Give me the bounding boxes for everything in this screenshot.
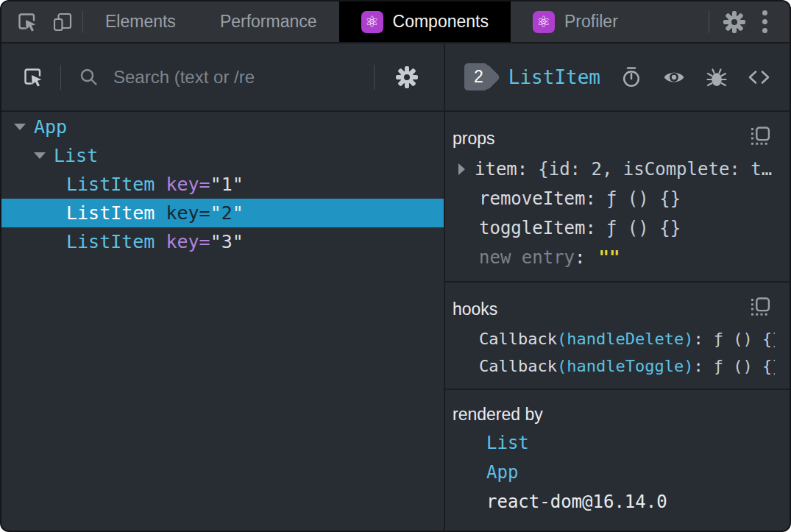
suspend-timer-icon[interactable]	[620, 66, 642, 88]
tree-row-app[interactable]: App	[1, 113, 444, 141]
prop-row-item[interactable]: item: {id: 2, isComplete: t…	[453, 155, 775, 184]
prop-colon: :	[586, 218, 596, 238]
props-section: props item: {id: 2, isComplete: t…	[445, 112, 790, 283]
hook-name: (handleDelete)	[557, 330, 693, 348]
inspect-element-icon[interactable]	[16, 11, 38, 33]
hooks-section: hooks Callback(handleDelete): ƒ () {}	[445, 283, 790, 390]
selected-component-name: ListItem	[508, 66, 600, 88]
prop-colon: :	[517, 159, 528, 180]
tab-label: Components	[393, 12, 489, 32]
component-name: ListItem	[66, 231, 155, 252]
props-title: props	[453, 122, 775, 155]
component-details-panel: 2 ListItem	[445, 43, 790, 531]
element-id-badge: 2	[464, 63, 488, 91]
prop-colon: :	[575, 247, 585, 268]
attr-equals: =	[199, 231, 210, 252]
inspect-object-icon[interactable]	[751, 127, 770, 149]
rendered-by-list-item[interactable]: List	[453, 428, 775, 458]
react-logo-icon: ⚛	[533, 11, 555, 33]
inspect-dom-eye-icon[interactable]	[662, 65, 686, 89]
hook-row-handledelete: Callback(handleDelete): ƒ () {}	[453, 325, 775, 352]
search-input[interactable]	[112, 66, 369, 88]
component-name: App	[34, 116, 67, 138]
react-devtools-window: Elements Performance ⚛ Components ⚛ Prof…	[0, 0, 791, 532]
hook-value: ƒ () {}	[714, 330, 775, 348]
attr-value: "3"	[210, 231, 244, 252]
tree-row-listitem-3[interactable]: ListItem key = "3"	[1, 227, 444, 256]
settings-gear-icon[interactable]	[723, 10, 746, 34]
attr-name: key	[166, 202, 199, 224]
attr-value: 2	[221, 202, 233, 224]
tab-elements[interactable]: Elements	[83, 1, 198, 42]
divider	[709, 11, 709, 33]
tree-row-listitem-1[interactable]: ListItem key = "1"	[1, 170, 444, 199]
rendered-by-section: rendered by List App react-dom@16.14.0	[445, 390, 790, 525]
hook-type: Callback	[479, 357, 557, 375]
details-header: 2 ListItem	[445, 43, 790, 112]
search-icon	[79, 67, 99, 87]
tab-performance[interactable]: Performance	[198, 1, 339, 42]
owner-link[interactable]: App	[486, 462, 518, 483]
hook-colon: :	[693, 330, 703, 348]
rendered-by-list-item: react-dom@16.14.0	[453, 487, 775, 517]
inspect-object-icon[interactable]	[751, 297, 770, 320]
devtools-tab-bar: Elements Performance ⚛ Components ⚛ Prof…	[1, 1, 790, 43]
prop-name: removeItem	[479, 188, 586, 209]
tab-components[interactable]: ⚛ Components	[339, 1, 511, 42]
select-element-icon[interactable]	[18, 66, 60, 88]
device-toolbar-icon[interactable]	[52, 11, 74, 33]
view-source-code-icon[interactable]	[748, 66, 770, 88]
more-options-kebab-icon[interactable]	[752, 6, 778, 38]
debug-bug-icon[interactable]	[706, 66, 728, 88]
tab-label: Performance	[220, 12, 317, 32]
renderer-version: react-dom@16.14.0	[486, 492, 667, 512]
new-entry-value[interactable]: ""	[599, 247, 620, 268]
hooks-title: hooks	[453, 293, 775, 325]
prop-row-toggleitem: toggleItem: ƒ () {}	[453, 213, 775, 243]
attr-equals: =	[199, 202, 210, 224]
tab-label: Elements	[105, 12, 176, 32]
tab-label: Profiler	[564, 12, 618, 32]
attr-value: "1"	[210, 174, 244, 195]
owner-link[interactable]: List	[486, 433, 529, 453]
tab-profiler[interactable]: ⚛ Profiler	[511, 1, 640, 42]
hook-value: ƒ () {}	[714, 357, 775, 375]
component-name: ListItem	[66, 202, 155, 224]
prop-row-new-entry[interactable]: new entry: ""	[453, 243, 775, 272]
attr-name: key	[166, 231, 199, 252]
prop-value: ƒ () {}	[606, 188, 681, 209]
tree-toolbar	[1, 43, 444, 112]
component-name: List	[54, 145, 98, 166]
prop-name: toggleItem	[479, 218, 586, 238]
prop-colon: :	[586, 188, 596, 209]
rendered-by-title: rendered by	[453, 400, 775, 428]
attr-quote: "	[233, 202, 244, 224]
tree-row-list[interactable]: List	[1, 141, 444, 170]
hook-type: Callback	[479, 330, 557, 348]
expander-icon[interactable]	[34, 152, 46, 159]
hook-name: (handleToggle)	[557, 357, 693, 375]
rendered-by-list-item[interactable]: App	[453, 458, 775, 487]
expander-icon[interactable]	[14, 124, 26, 130]
component-tree-panel: App List ListItem key = "1" ListItem key…	[1, 43, 445, 531]
tree-row-listitem-2-selected[interactable]: ListItem key = " 2 "	[1, 199, 444, 227]
new-entry-label: new entry	[479, 247, 575, 268]
attr-equals: =	[199, 174, 210, 195]
hook-row-handletoggle: Callback(handleToggle): ƒ () {}	[453, 352, 775, 380]
prop-row-removeitem: removeItem: ƒ () {}	[453, 184, 775, 213]
search-box	[61, 66, 374, 88]
react-logo-icon: ⚛	[361, 11, 383, 33]
prop-value: ƒ () {}	[606, 218, 681, 238]
component-name: ListItem	[66, 174, 155, 195]
attr-quote: "	[210, 202, 221, 224]
attr-name: key	[166, 174, 199, 195]
expander-icon[interactable]	[458, 163, 465, 175]
view-settings-gear-icon[interactable]	[375, 65, 428, 89]
hook-colon: :	[693, 357, 703, 375]
component-tree: App List ListItem key = "1" ListItem key…	[1, 112, 444, 256]
prop-name: item	[475, 159, 517, 180]
prop-value: {id: 2, isComplete: t…	[538, 159, 772, 180]
